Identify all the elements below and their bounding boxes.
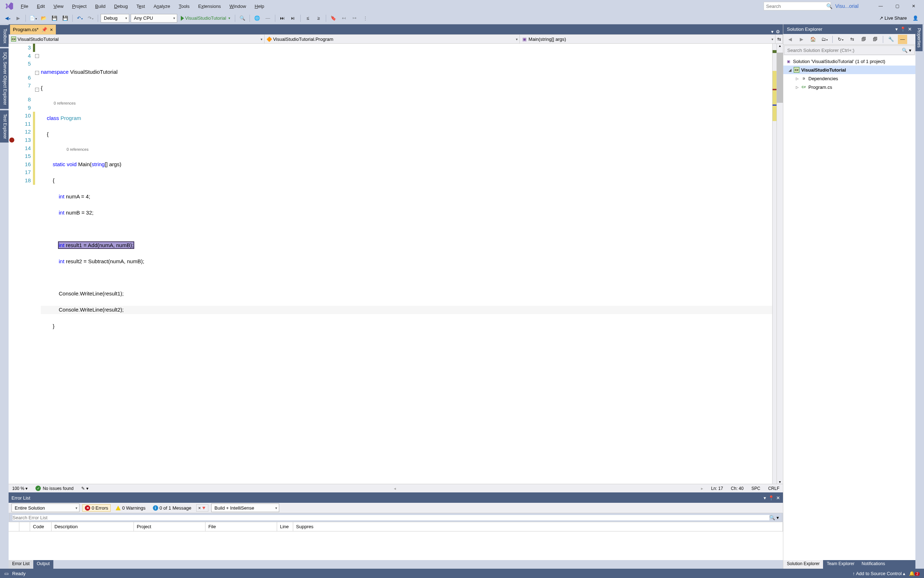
tab-notifications[interactable]: Notifications	[858, 560, 888, 569]
tab-solution-explorer[interactable]: Solution Explorer	[783, 560, 823, 569]
solution-platform-combo[interactable]: Any CPU	[131, 14, 177, 23]
hscroll-left-icon[interactable]: ◂	[96, 486, 693, 491]
browser-link-icon[interactable]: 🌐	[252, 14, 262, 23]
new-project-button[interactable]: 📄	[28, 14, 37, 23]
errors-filter[interactable]: ✕0 Errors	[82, 504, 110, 512]
menu-build[interactable]: Build	[91, 2, 110, 11]
refresh-icon[interactable]: —	[263, 14, 272, 23]
solution-tree[interactable]: ▣ Solution 'VisualStudioTutorial' (1 of …	[783, 55, 916, 560]
close-button[interactable]: ✕	[905, 1, 922, 11]
sql-explorer-tab[interactable]: SQL Server Object Explorer	[0, 48, 8, 109]
solution-node[interactable]: ▣ Solution 'VisualStudioTutorial' (1 of …	[783, 57, 916, 65]
start-debug-button[interactable]: VisualStudioTutorial ▾	[178, 14, 232, 23]
menu-debug[interactable]: Debug	[110, 2, 132, 11]
bottom-tab-errorlist[interactable]: Error List	[8, 560, 33, 569]
menu-window[interactable]: Window	[225, 2, 250, 11]
solution-search[interactable]: 🔍 ▾	[784, 45, 915, 55]
quick-launch[interactable]: 🔍	[764, 2, 831, 10]
open-file-button[interactable]: 📂	[39, 14, 48, 23]
redo-button[interactable]: ↷	[86, 14, 95, 23]
error-source-combo[interactable]: Build + IntelliSense	[211, 503, 279, 512]
back-icon[interactable]: ◀	[785, 35, 795, 44]
error-scope-combo[interactable]: Entire Solution	[11, 503, 79, 512]
nav-method-combo[interactable]: ▣ Main(string[] args)	[519, 34, 775, 44]
warnings-filter[interactable]: 0 Warnings	[113, 505, 148, 511]
panel-pin-icon[interactable]: 📍	[768, 495, 774, 501]
code-editor[interactable]: namespace VisualStudioTutorial { 0 refer…	[40, 44, 772, 484]
menu-help[interactable]: Help	[250, 2, 269, 11]
maximize-button[interactable]: ▢	[889, 1, 905, 11]
quick-launch-input[interactable]	[766, 3, 826, 9]
error-table-header[interactable]: Code Description Project File Line Suppr…	[8, 522, 783, 531]
preview-selected-icon[interactable]: —	[898, 35, 907, 44]
menu-analyze[interactable]: Analyze	[149, 2, 174, 11]
panel-menu-icon[interactable]: ▾	[895, 26, 898, 32]
notifications-button[interactable]: 🔔2	[909, 571, 920, 576]
panel-close-icon[interactable]: ✕	[776, 495, 780, 501]
step-icon[interactable]: ⏭	[278, 14, 287, 23]
properties-tab[interactable]: Properties	[916, 24, 922, 51]
health-indicator-icon[interactable]: ✎ ▾	[81, 486, 88, 491]
sync-icon[interactable]: 🗂	[820, 35, 829, 44]
indent-more-icon[interactable]: ≥	[314, 14, 323, 23]
tab-overflow-icon[interactable]: ▾	[771, 29, 774, 34]
project-node[interactable]: ◢ C# VisualStudioTutorial	[783, 65, 916, 74]
save-button[interactable]: 💾	[50, 14, 59, 23]
menu-test[interactable]: Test	[132, 2, 149, 11]
hscroll-right-icon[interactable]: ▸	[701, 486, 703, 491]
zoom-combo[interactable]: 100 % ▾	[12, 486, 28, 491]
nav-project-combo[interactable]: C# VisualStudioTutorial	[8, 34, 264, 44]
tab-settings-icon[interactable]: ⚙	[776, 29, 780, 34]
toolbox-tab[interactable]: Toolbox	[0, 25, 8, 47]
menu-view[interactable]: View	[49, 2, 68, 11]
solution-search-input[interactable]	[787, 48, 902, 53]
solution-config-combo[interactable]: Debug	[101, 14, 129, 23]
bookmark-icon[interactable]: 🔖	[329, 14, 338, 23]
nav-class-combo[interactable]: 🔶 VisualStudioTutorial.Program	[264, 34, 520, 44]
home-icon[interactable]: 🏠	[808, 35, 818, 44]
step-over-icon[interactable]: ⏯	[289, 14, 298, 23]
file-node[interactable]: ▷ C# Program.cs	[783, 83, 916, 91]
outlining-margin[interactable]: - - -	[35, 44, 40, 484]
line-ending[interactable]: CRLF	[768, 486, 780, 491]
bookmark-clear-icon[interactable]: ⋮	[361, 14, 370, 23]
refresh-icon[interactable]: ↻	[836, 35, 845, 44]
collapse-icon[interactable]: ⇆	[848, 35, 857, 44]
dependencies-node[interactable]: ▷ ⚞ Dependencies	[783, 74, 916, 83]
breakpoint-margin[interactable]	[8, 44, 15, 484]
show-all-icon[interactable]: 🗐	[859, 35, 868, 44]
indent-mode[interactable]: SPC	[751, 486, 760, 491]
indent-less-icon[interactable]: ≤	[303, 14, 313, 23]
account-icon[interactable]: 👤	[913, 15, 918, 21]
menu-edit[interactable]: Edit	[32, 2, 49, 11]
clear-filter-icon[interactable]: ×🔻	[196, 504, 208, 512]
tab-close-button[interactable]: ×	[50, 27, 53, 32]
forward-icon[interactable]: ▶	[797, 35, 806, 44]
bookmark-prev-icon[interactable]: ↤	[339, 14, 349, 23]
editor-scrollbar[interactable]: ▴ ▾	[776, 44, 783, 484]
live-share-button[interactable]: ↗ Live Share	[879, 15, 907, 21]
overview-ruler[interactable]	[772, 44, 776, 484]
source-control-button[interactable]: ↑ Add to Source Control ▴	[853, 571, 906, 576]
expander-icon[interactable]: ▷	[796, 76, 799, 81]
menu-file[interactable]: File	[16, 2, 32, 11]
bottom-tab-output[interactable]: Output	[33, 560, 53, 569]
nav-back-button[interactable]: ◀	[3, 14, 12, 23]
codelens[interactable]: 0 references	[41, 100, 772, 106]
expander-icon[interactable]: ▷	[796, 85, 799, 89]
properties-icon[interactable]: 🔧	[887, 35, 896, 44]
test-explorer-tab[interactable]: Test Explorer	[0, 110, 8, 143]
tab-team-explorer[interactable]: Team Explorer	[823, 560, 858, 569]
document-tab[interactable]: Program.cs* 📌 ×	[10, 25, 56, 34]
preview-icon[interactable]: 🗐	[870, 35, 880, 44]
pin-icon[interactable]: 📌	[42, 27, 47, 32]
nav-forward-button[interactable]: ▶	[14, 14, 23, 23]
panel-close-icon[interactable]: ✕	[908, 26, 912, 32]
menu-tools[interactable]: Tools	[174, 2, 194, 11]
messages-filter[interactable]: i0 of 1 Message	[151, 505, 194, 511]
undo-button[interactable]: ↶	[75, 14, 84, 23]
save-all-button[interactable]: 💾	[60, 14, 70, 23]
panel-menu-icon[interactable]: ▾	[764, 495, 766, 501]
panel-pin-icon[interactable]: 📍	[900, 26, 906, 32]
minimize-button[interactable]: —	[872, 1, 889, 11]
